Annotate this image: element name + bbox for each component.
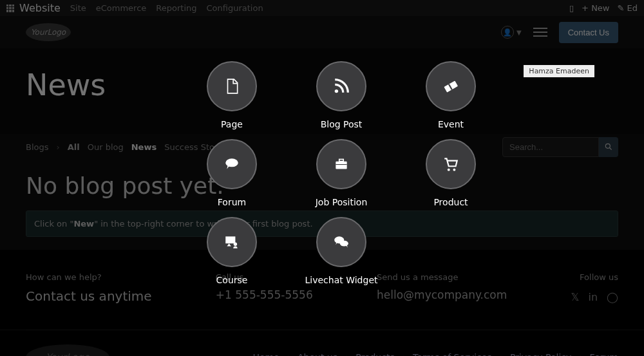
new-page[interactable]: Page <box>207 61 257 129</box>
briefcase-icon <box>333 156 350 173</box>
ticket-icon <box>439 75 462 98</box>
new-job-position[interactable]: Job Position <box>316 139 368 207</box>
svg-rect-3 <box>444 80 458 92</box>
new-blog-post[interactable]: Blog Post <box>316 61 366 129</box>
svg-point-5 <box>225 158 238 167</box>
new-forum[interactable]: Forum <box>207 139 257 207</box>
new-course[interactable]: Course <box>207 217 257 285</box>
user-tooltip: Hamza Emadeen <box>524 65 594 77</box>
svg-point-10 <box>453 169 455 171</box>
rss-icon <box>333 78 350 95</box>
svg-point-12 <box>234 243 237 246</box>
new-event[interactable]: Event <box>426 61 476 129</box>
svg-rect-11 <box>225 236 235 243</box>
svg-point-9 <box>448 169 450 171</box>
new-product[interactable]: Product <box>426 139 476 207</box>
new-content-grid: Page Blog Post Event Forum Job Position … <box>177 61 506 285</box>
new-livechat-widget[interactable]: Livechat Widget <box>305 217 378 285</box>
page-icon <box>223 78 240 95</box>
svg-rect-8 <box>336 164 346 165</box>
svg-point-2 <box>335 89 338 93</box>
svg-rect-7 <box>339 159 344 161</box>
speech-icon <box>223 156 240 173</box>
chat-icon <box>333 234 350 250</box>
cart-icon <box>442 156 459 173</box>
svg-rect-6 <box>336 162 346 169</box>
course-icon <box>223 234 240 250</box>
modal-overlay[interactable]: Hamza Emadeen Page Blog Post Event Forum… <box>0 0 644 356</box>
